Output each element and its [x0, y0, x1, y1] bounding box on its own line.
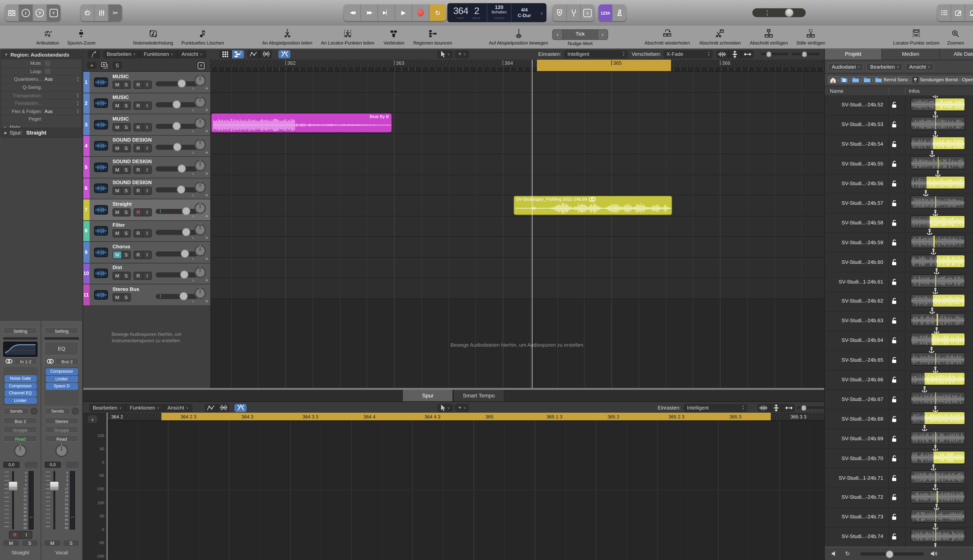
toolbar-item-set-locators[interactable]: Locator-Punkte setzen [893, 28, 940, 46]
file-lock-icon[interactable] [891, 160, 897, 167]
file-waveform-thumbnail[interactable] [911, 431, 965, 444]
file-waveform-thumbnail[interactable] [911, 353, 965, 366]
track-header-chorus[interactable]: 9ChorusMSRILR [82, 242, 210, 263]
strip-fader[interactable]: 03691215182124303540455060 [44, 471, 79, 530]
horizontal-zoom-slider[interactable] [792, 53, 820, 55]
track-volume-knob[interactable] [179, 292, 187, 300]
file-lock-icon[interactable] [891, 474, 897, 481]
file-waveform-thumbnail[interactable] [911, 490, 965, 503]
track-lane[interactable] [211, 216, 824, 237]
metronome-button[interactable] [613, 5, 626, 21]
duplicate-track-button[interactable] [100, 62, 109, 69]
bar-ruler[interactable]: 362363364365366 [211, 60, 824, 72]
record-button[interactable] [412, 5, 430, 21]
track-header-straight[interactable]: 7StraightMSRILR [82, 199, 210, 220]
cmd-click-tool-menu[interactable]: +∨ [455, 50, 469, 58]
track-pan-knob[interactable]: LR [192, 267, 207, 282]
track-header-stereo-bus[interactable]: 11Stereo BusMSLR [82, 285, 210, 306]
file-row[interactable]: SV-Studi...-24b.65 [825, 350, 973, 370]
file-row[interactable]: SV-Studi...-24b.70 [825, 448, 973, 468]
file-row[interactable]: SV-Studi...-24b.57 [825, 193, 973, 213]
strip-group-button[interactable]: Gruppe [3, 426, 37, 433]
region-beat-by-b[interactable]: Beat By B [211, 113, 392, 132]
pointer-tool-menu[interactable]: ∨ [437, 50, 453, 58]
editor-options-button[interactable]: ∨ [88, 415, 97, 423]
track-volume-knob[interactable] [181, 249, 189, 257]
strip-send-knob[interactable] [72, 408, 79, 415]
track-pan-knob[interactable]: LR [192, 96, 207, 112]
strip-mute-button[interactable]: M [3, 539, 20, 547]
solo-button[interactable]: S [581, 5, 594, 21]
track-solo-button[interactable]: S [122, 145, 130, 152]
track-mute-button[interactable]: M [113, 145, 122, 152]
track-solo-button[interactable]: S [122, 102, 130, 109]
strip-sends-label[interactable]: Sends [3, 408, 29, 415]
play-from-start-button[interactable]: ▶▏ [378, 5, 395, 21]
editor-pointer-tool[interactable]: ∨ [437, 403, 453, 412]
track-header-options-button[interactable]: ∨ [196, 62, 206, 69]
track-input-button[interactable]: I [143, 102, 151, 109]
region-param-checkbox[interactable] [45, 60, 51, 67]
track-pan-knob[interactable]: LR [192, 117, 207, 133]
track-mute-button[interactable]: M [113, 208, 122, 216]
track-mute-button[interactable]: M [113, 272, 122, 279]
editor-cmd-click-tool[interactable]: +∨ [455, 403, 469, 412]
drag-value-dropdown[interactable]: X-Fade∧∨ [664, 50, 713, 58]
track-mute-button[interactable]: M [113, 187, 122, 194]
track-mute-button[interactable]: M [113, 81, 122, 88]
track-solo-button[interactable]: S [122, 81, 130, 88]
region-param-row[interactable]: Feinabstim...∧∨ [2, 99, 81, 107]
preview-volume-slider[interactable] [860, 552, 924, 555]
file-row[interactable]: SV-Studi...-24b.66 [825, 370, 973, 390]
nudge-value-stepper[interactable]: ‹Tick› [552, 29, 608, 40]
editor-menu-ansicht[interactable]: Ansicht∨ [164, 403, 192, 412]
track-input-button[interactable]: I [143, 251, 151, 258]
lcd-key-signature[interactable]: 4/4 C-Dur [512, 3, 537, 22]
track-volume-knob[interactable] [177, 185, 185, 193]
mixer-sliders-button[interactable] [95, 5, 109, 21]
region-sv-studiospur[interactable]: SV-Studiospur_Frühling 2021-24b.69 [513, 195, 672, 215]
strip-plugin-slot[interactable]: Limiter [45, 375, 78, 382]
toolbar-item-insert-section[interactable]: Abschnitt einfügen [750, 28, 788, 46]
track-lane[interactable] [211, 153, 824, 175]
track-lane[interactable] [211, 133, 824, 154]
file-waveform-thumbnail[interactable] [911, 97, 965, 111]
track-volume-slider[interactable] [155, 208, 198, 214]
file-row[interactable]: SV-Studi...-24b.56 [825, 173, 973, 194]
toolbar-item-zoom-tool[interactable]: Zoomen [947, 28, 964, 46]
file-lock-icon[interactable] [891, 317, 897, 324]
file-lock-icon[interactable] [891, 357, 897, 363]
toolbar-item-insert-silence[interactable]: Stille einfügen [796, 28, 826, 46]
file-row[interactable]: SV-Studi...-24b.58 [825, 213, 973, 233]
cut-tools-button[interactable]: ✂ [109, 5, 122, 21]
quick-help-button[interactable]: ? [33, 5, 47, 21]
track-inspector-header[interactable]: ▶Spur:Straight [1, 128, 82, 138]
track-pan-knob[interactable]: LR [192, 138, 207, 154]
track-lane[interactable] [211, 71, 824, 92]
track-record-button[interactable]: R [134, 230, 143, 237]
menu-funktionen[interactable]: Funktionen∨ [140, 50, 178, 58]
file-waveform-thumbnail[interactable] [911, 274, 965, 287]
file-row[interactable]: SV-Studi...1-24b.61 [825, 272, 973, 292]
toolbar-item-spot-erase[interactable]: Punktuelles Löschen [181, 28, 224, 46]
snap-value-dropdown[interactable]: Intelligent∧∨ [564, 50, 628, 58]
file-waveform-thumbnail[interactable] [911, 235, 965, 248]
track-volume-knob[interactable] [177, 79, 186, 87]
fader-cap[interactable] [50, 481, 59, 491]
track-volume-slider[interactable] [155, 251, 198, 256]
track-volume-slider[interactable] [155, 293, 198, 299]
track-header-filter[interactable]: 8FilterMSRILR [82, 221, 210, 242]
track-mute-button[interactable]: M [113, 251, 122, 258]
region-param-stepper[interactable]: ∧∨ [77, 93, 79, 98]
rewind-button[interactable]: ◀◀ [344, 5, 361, 21]
file-row[interactable]: SV-Studi...-24b.74 [825, 527, 973, 547]
editor-ruler[interactable]: 364 2364 2 3364 3364 3 3364 4364 4 33653… [107, 413, 824, 421]
track-header-dist[interactable]: 10DistMSRILR [82, 263, 210, 284]
track-volume-knob[interactable] [182, 228, 190, 236]
track-volume-slider[interactable] [155, 123, 198, 128]
file-waveform-thumbnail[interactable] [911, 510, 965, 523]
file-lock-icon[interactable] [891, 396, 897, 403]
track-input-button[interactable]: I [143, 208, 151, 216]
file-row[interactable]: SV-Studi...1-24b.71 [825, 468, 973, 488]
strip-plugin-slot[interactable]: Compressor [4, 382, 37, 389]
